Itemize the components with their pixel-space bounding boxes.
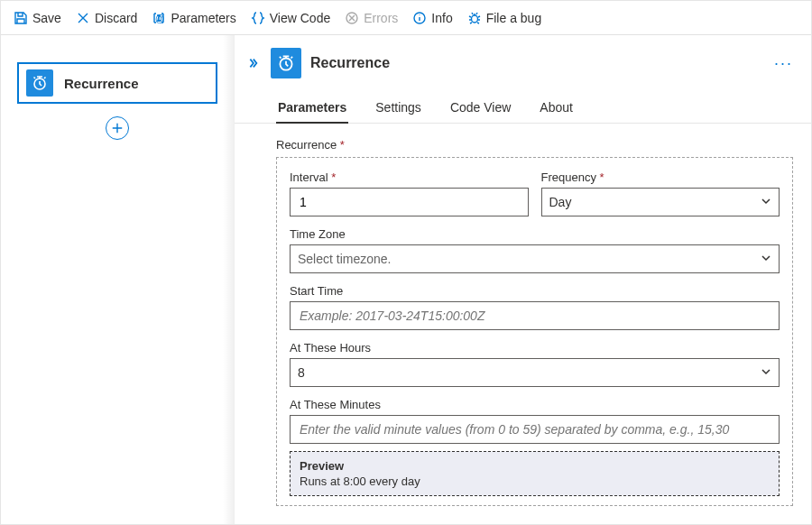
preview-box: Preview Runs at 8:00 every day (290, 451, 780, 496)
preview-text: Runs at 8:00 every day (300, 474, 770, 488)
info-icon (412, 11, 427, 25)
frequency-field: Frequency * Day (541, 170, 780, 216)
plus-icon (111, 122, 124, 134)
parameters-body: Recurrence * Interval * Frequency * Day (235, 124, 811, 515)
info-label: Info (431, 11, 452, 25)
minutes-input[interactable] (290, 415, 780, 444)
tab-code-view[interactable]: Code View (448, 93, 512, 123)
recurrence-group: Interval * Frequency * Day Time Zone (276, 157, 793, 506)
errors-label: Errors (364, 11, 398, 25)
hours-label: At These Hours (290, 341, 780, 355)
add-step-button[interactable] (106, 116, 129, 140)
braces-icon (251, 11, 265, 25)
minutes-field: At These Minutes (290, 398, 780, 444)
save-icon (14, 11, 28, 25)
designer-canvas: Recurrence (1, 35, 234, 524)
minutes-label: At These Minutes (290, 398, 780, 411)
chevron-down-icon (761, 195, 771, 209)
tab-about[interactable]: About (538, 93, 575, 123)
parameters-icon: @ (152, 11, 166, 25)
chevron-down-icon (761, 252, 771, 266)
chevron-down-icon (761, 365, 771, 380)
bug-icon (467, 11, 482, 25)
discard-label: Discard (95, 11, 137, 25)
timezone-field: Time Zone Select timezone. (290, 227, 780, 273)
start-time-input[interactable] (290, 301, 780, 330)
frequency-select[interactable]: Day (541, 188, 780, 216)
view-code-button[interactable]: View Code (251, 11, 330, 25)
interval-label: Interval * (290, 170, 529, 184)
save-button[interactable]: Save (14, 11, 61, 25)
hours-select[interactable]: 8 (290, 358, 780, 387)
parameters-button[interactable]: @ Parameters (152, 11, 235, 25)
interval-input[interactable] (290, 188, 529, 216)
section-label: Recurrence * (276, 138, 793, 152)
error-icon (345, 11, 359, 25)
close-icon (76, 11, 90, 25)
panel-header: Recurrence ··· (235, 35, 811, 88)
svg-point-3 (471, 15, 477, 23)
parameters-label: Parameters (171, 11, 235, 25)
discard-button[interactable]: Discard (76, 11, 137, 25)
panel-title: Recurrence (310, 55, 390, 71)
panel-tabs: Parameters Settings Code View About (235, 93, 811, 124)
preview-title: Preview (300, 459, 770, 473)
save-label: Save (32, 11, 61, 25)
details-panel: Recurrence ··· Parameters Settings Code … (234, 35, 811, 524)
errors-button: Errors (345, 11, 398, 25)
view-code-label: View Code (270, 11, 330, 25)
recurrence-node[interactable]: Recurrence (17, 62, 217, 104)
clock-icon (26, 69, 53, 97)
file-bug-button[interactable]: File a bug (467, 11, 541, 25)
start-time-label: Start Time (290, 284, 780, 298)
more-button[interactable]: ··· (774, 54, 793, 73)
clock-icon (271, 48, 301, 78)
node-label: Recurrence (64, 76, 139, 91)
interval-field: Interval * (290, 170, 529, 216)
workspace: Recurrence Recurrence ··· Parameters Set… (1, 35, 811, 524)
tab-settings[interactable]: Settings (374, 93, 423, 123)
svg-text:@: @ (155, 14, 164, 23)
toolbar: Save Discard @ Parameters View Code Erro… (1, 1, 811, 35)
tab-parameters[interactable]: Parameters (276, 93, 348, 124)
collapse-button[interactable] (244, 54, 262, 72)
frequency-label: Frequency * (541, 170, 780, 184)
timezone-label: Time Zone (290, 227, 780, 241)
start-time-field: Start Time (290, 284, 780, 330)
file-bug-label: File a bug (486, 11, 541, 25)
timezone-select[interactable]: Select timezone. (290, 244, 780, 273)
hours-field: At These Hours 8 (290, 341, 780, 387)
info-button[interactable]: Info (412, 11, 452, 25)
